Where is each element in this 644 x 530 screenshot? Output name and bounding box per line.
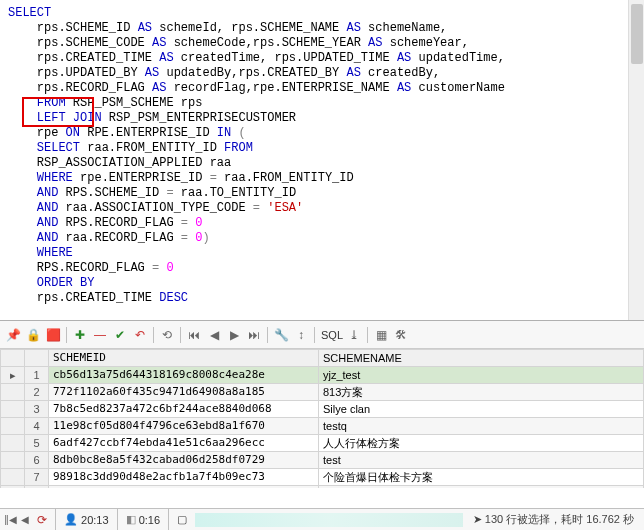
- editor-scrollbar[interactable]: [628, 0, 644, 320]
- delete-row-icon[interactable]: —: [91, 326, 109, 344]
- results-grid[interactable]: SCHEMEID SCHEMENAME ▸1cb56d13a75d6443181…: [0, 348, 644, 488]
- grid-icon[interactable]: ▦: [372, 326, 390, 344]
- results-toolbar: 📌 🔒 🟥 ✚ — ✔ ↶ ⟲ ⏮ ◀ ▶ ⏭ 🔧 ↕ SQL ⤓ ▦ 🛠: [0, 320, 644, 348]
- table-row[interactable]: 56adf427ccbf74ebda41e51c6aa296ecc人人行体检方案: [1, 435, 644, 452]
- filter-icon[interactable]: 🔧: [272, 326, 290, 344]
- tools-icon[interactable]: 🛠: [392, 326, 410, 344]
- lock-icon[interactable]: 🔒: [24, 326, 42, 344]
- commit-icon[interactable]: ✔: [111, 326, 129, 344]
- pin-icon[interactable]: 📌: [4, 326, 22, 344]
- grid-rownum-header: [25, 350, 49, 367]
- sql-editor[interactable]: SELECT rps.SCHEME_ID AS schemeId, rps.SC…: [0, 0, 644, 320]
- table-row[interactable]: 37b8c5ed8237a472c6bf244ace8840d068Silye …: [1, 401, 644, 418]
- flag-icon: ▢: [177, 513, 187, 526]
- table-row[interactable]: 411e98cf05d804f4796ce63ebd8a1f670testq: [1, 418, 644, 435]
- table-row[interactable]: 8b5ac057c9da24839a6e0be5721486f6a80601: [1, 486, 644, 489]
- first-icon[interactable]: ⏮: [185, 326, 203, 344]
- user-indicator: 👤 20:13: [55, 509, 117, 530]
- table-row[interactable]: 798918c3dd90d48e2acfb1a7f4b09ec73个险首爆日体检…: [1, 469, 644, 486]
- rollback-icon[interactable]: ↶: [131, 326, 149, 344]
- cursor-pos: 20:13: [81, 514, 109, 526]
- table-row[interactable]: 68db0bc8e8a5f432cabad06d258df0729test: [1, 452, 644, 469]
- sql-tab-label[interactable]: SQL: [321, 329, 343, 341]
- last-icon[interactable]: ⏭: [245, 326, 263, 344]
- status-filler: [195, 513, 463, 527]
- nav-first-icon[interactable]: ‖◀: [4, 514, 17, 525]
- add-row-icon[interactable]: ✚: [71, 326, 89, 344]
- push-icon: ➤: [473, 513, 482, 526]
- refresh-icon[interactable]: ⟲: [158, 326, 176, 344]
- prev-icon[interactable]: ◀: [205, 326, 223, 344]
- next-icon[interactable]: ▶: [225, 326, 243, 344]
- export-icon[interactable]: ⤓: [345, 326, 363, 344]
- nav-prev-icon[interactable]: ◀: [21, 514, 29, 525]
- sort-icon[interactable]: ↕: [292, 326, 310, 344]
- timing-text: 130 行被选择，耗时 16.762 秒: [485, 512, 634, 527]
- grid-header-row: SCHEMEID SCHEMENAME: [1, 350, 644, 367]
- grid-corner: [1, 350, 25, 367]
- selection-pos: 0:16: [139, 514, 160, 526]
- col-header-schemename[interactable]: SCHEMENAME: [319, 350, 644, 367]
- stop-icon[interactable]: 🟥: [44, 326, 62, 344]
- table-row[interactable]: ▸1cb56d13a75d644318169c8008c4ea28eyjz_te…: [1, 367, 644, 384]
- col-header-schemeid[interactable]: SCHEMEID: [49, 350, 319, 367]
- table-row[interactable]: 2772f1102a60f435c9471d64908a8a185813方案: [1, 384, 644, 401]
- refresh-small-icon[interactable]: ⟳: [33, 511, 51, 529]
- status-bar: ‖◀ ◀ ⟳ 👤 20:13 ◧ 0:16 ▢ ➤ 130 行被选择，耗时 16…: [0, 508, 644, 530]
